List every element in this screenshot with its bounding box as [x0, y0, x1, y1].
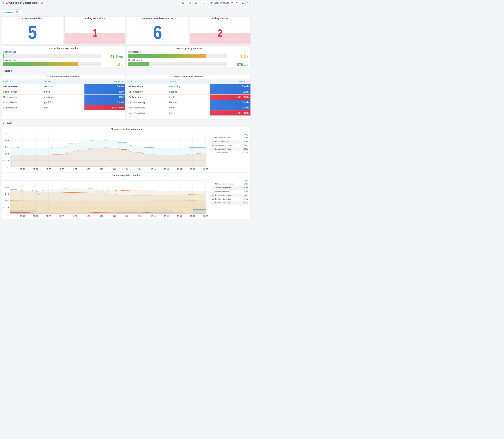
svg-text:2.5 s: 2.5 s	[5, 180, 9, 182]
svg-text:15:53: 15:53	[20, 168, 25, 170]
svg-text:500 ms: 500 ms	[3, 159, 9, 161]
svg-text:16:07: 16:07	[203, 168, 208, 170]
svg-text:1.0 s: 1.0 s	[5, 153, 9, 155]
svg-text:16:02: 16:02	[138, 215, 142, 217]
svg-text:15:59: 15:59	[98, 215, 103, 217]
svg-text:16:01: 16:01	[125, 168, 129, 170]
svg-text:15:57: 15:57	[72, 215, 77, 217]
svg-text:2.0 s: 2.0 s	[5, 139, 9, 142]
svg-text:15:55: 15:55	[46, 215, 51, 217]
svg-text:16:02: 16:02	[138, 168, 142, 170]
svg-text:15:54: 15:54	[33, 215, 38, 217]
svg-text:16:00: 16:00	[111, 168, 116, 170]
svg-text:1.5 s: 1.5 s	[5, 146, 9, 148]
svg-text:15:58: 15:58	[85, 215, 90, 217]
svg-text:16:00: 16:00	[111, 215, 116, 217]
svg-text:15:53: 15:53	[20, 215, 25, 217]
svg-text:0 s: 0 s	[6, 166, 9, 168]
svg-text:500 ms: 500 ms	[3, 206, 9, 208]
svg-text:2.5 s: 2.5 s	[5, 133, 9, 135]
svg-text:16:06: 16:06	[190, 168, 195, 170]
svg-text:1.5 s: 1.5 s	[5, 193, 9, 195]
svg-text:16:01: 16:01	[125, 215, 129, 217]
svg-text:16:05: 16:05	[177, 168, 182, 170]
svg-text:15:54: 15:54	[33, 168, 38, 170]
svg-text:15:57: 15:57	[72, 168, 77, 170]
svg-text:15:56: 15:56	[59, 215, 64, 217]
svg-text:15:58: 15:58	[85, 168, 90, 170]
svg-text:16:07: 16:07	[203, 215, 208, 217]
svg-text:16:05: 16:05	[177, 215, 182, 217]
svg-text:1.0 s: 1.0 s	[5, 200, 9, 202]
svg-text:2.0 s: 2.0 s	[5, 186, 9, 188]
svg-text:16:06: 16:06	[190, 215, 195, 217]
svg-text:15:56: 15:56	[59, 168, 64, 170]
svg-text:15:59: 15:59	[98, 168, 103, 170]
svg-text:0 s: 0 s	[6, 213, 9, 215]
svg-text:15:55: 15:55	[46, 168, 51, 170]
svg-text:16:03: 16:03	[151, 168, 156, 170]
svg-text:16:03: 16:03	[151, 215, 156, 217]
svg-text:16:04: 16:04	[164, 215, 169, 217]
svg-text:16:04: 16:04	[164, 168, 169, 170]
